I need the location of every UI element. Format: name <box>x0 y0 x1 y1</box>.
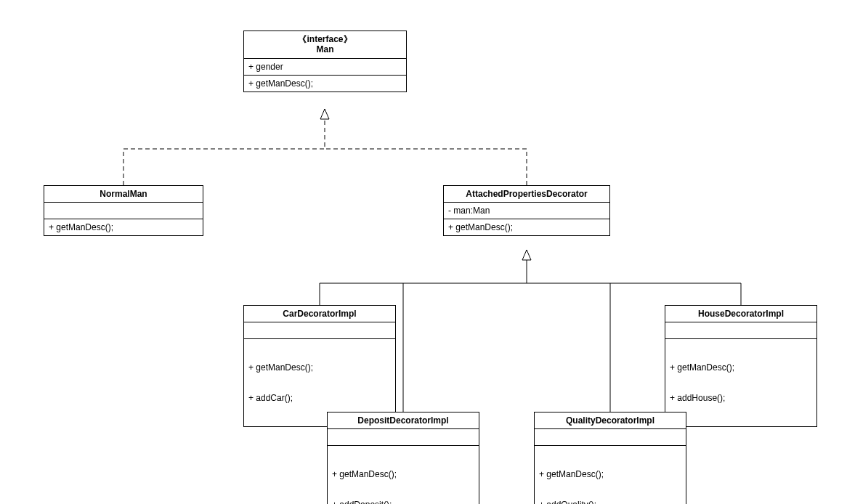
class-method: + addQuality(); <box>539 500 681 504</box>
class-attached-properties-decorator: AttachedPropertiesDecorator - man:Man + … <box>443 185 610 236</box>
class-normal-man: NormalMan + getManDesc(); <box>44 185 203 236</box>
class-attribute: - man:Man <box>444 203 609 219</box>
class-method: + addDeposit(); <box>332 500 474 504</box>
class-attributes-empty <box>44 203 203 219</box>
class-attributes-empty <box>665 322 816 339</box>
class-method: + getManDesc(); <box>244 76 406 92</box>
class-name: QualityDecoratorImpl <box>535 412 686 429</box>
class-method: + getManDesc(); <box>444 219 609 235</box>
class-house-decorator-impl: HouseDecoratorImpl + getManDesc(); + add… <box>665 305 817 427</box>
class-name: Man <box>317 44 334 54</box>
class-man-interface: 《interface》 Man + gender + getManDesc(); <box>243 31 407 92</box>
class-name: NormalMan <box>44 186 203 203</box>
class-attributes-empty <box>535 429 686 446</box>
class-method: + addHouse(); <box>670 393 812 403</box>
class-attributes-empty <box>328 429 479 446</box>
class-attributes-empty <box>244 322 395 339</box>
class-methods: + getManDesc(); + addHouse(); <box>665 339 816 426</box>
class-methods: + getManDesc(); + addQuality(); <box>535 446 686 504</box>
class-deposit-decorator-impl: DepositDecoratorImpl + getManDesc(); + a… <box>327 412 479 504</box>
class-car-decorator-impl: CarDecoratorImpl + getManDesc(); + addCa… <box>243 305 396 427</box>
class-method: + getManDesc(); <box>44 219 203 235</box>
class-method: + getManDesc(); <box>248 362 391 373</box>
class-method: + getManDesc(); <box>332 469 474 479</box>
class-methods: + getManDesc(); + addDeposit(); <box>328 446 479 504</box>
stereotype-label: 《interface》 <box>298 34 352 44</box>
class-name: AttachedPropertiesDecorator <box>444 186 609 203</box>
class-name: HouseDecoratorImpl <box>665 306 816 322</box>
class-method: + addCar(); <box>248 393 391 403</box>
class-name: DepositDecoratorImpl <box>328 412 479 429</box>
class-attribute: + gender <box>244 59 406 76</box>
class-method: + getManDesc(); <box>539 469 681 479</box>
class-quality-decorator-impl: QualityDecoratorImpl + getManDesc(); + a… <box>534 412 686 504</box>
class-title: 《interface》 Man <box>244 31 406 59</box>
class-name: CarDecoratorImpl <box>244 306 395 322</box>
class-method: + getManDesc(); <box>670 362 812 373</box>
